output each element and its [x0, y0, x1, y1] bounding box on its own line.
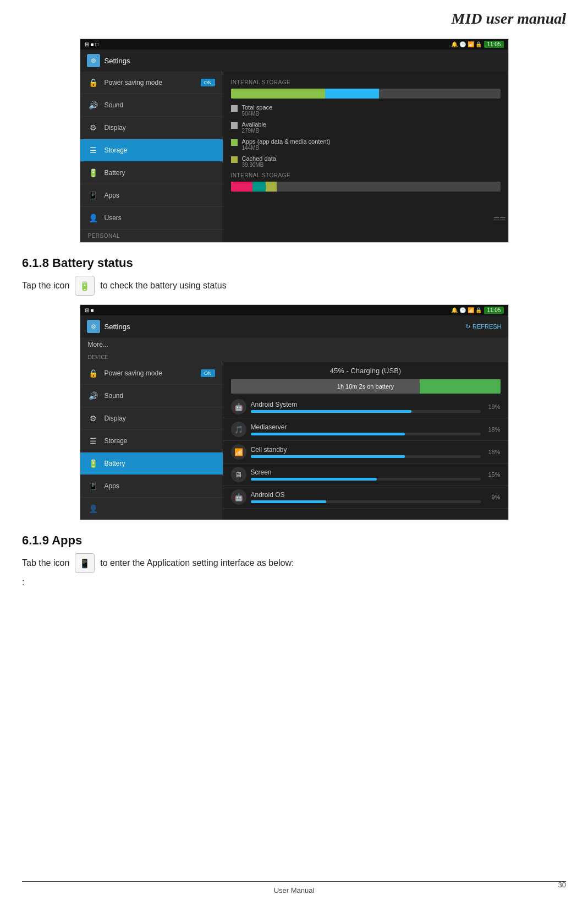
toggle-on-2[interactable]: ON	[201, 369, 215, 377]
cell-standby-bar	[251, 455, 481, 458]
tab-text: Tab the icon	[22, 558, 69, 568]
apps-icon: 📱	[88, 190, 99, 201]
battery-row-android-system[interactable]: 🤖 Android System 19%	[223, 396, 508, 418]
android-system-icon: 🤖	[231, 399, 246, 414]
footer-text: User Manual	[274, 886, 315, 894]
mediaserver-icon: 🎵	[231, 422, 246, 437]
menu-label-battery-2: Battery	[105, 460, 125, 467]
tap-text-suffix: to check the battery using status	[100, 281, 226, 291]
menu-item-power[interactable]: 🔒 Power saving mode ON	[80, 72, 223, 94]
total-label: Total space	[242, 104, 273, 111]
menu-item-battery[interactable]: 🔋 Battery	[80, 162, 223, 184]
sound-icon: 🔊	[88, 100, 99, 111]
total-color-dot	[231, 105, 238, 112]
menu-item-sound[interactable]: 🔊 Sound	[80, 94, 223, 117]
battery-panel-layout: 🔒 Power saving mode ON 🔊 Sound ⚙ Display…	[80, 362, 508, 520]
status-icons-right: 🔔 🕐 📶 🔒 11:05	[451, 41, 503, 48]
menu-item-apps[interactable]: 📱 Apps	[80, 184, 223, 207]
storage-bar-used	[231, 89, 326, 99]
display-icon-2: ⚙	[88, 413, 99, 424]
apps-storage-label: Apps (app data & media content)	[242, 138, 331, 145]
refresh-button[interactable]: ↻ REFRESH	[465, 323, 502, 330]
menu-label-apps-2: Apps	[105, 482, 119, 490]
more-link[interactable]: More...	[88, 341, 108, 348]
menu-item-display-2[interactable]: ⚙ Display	[80, 407, 223, 430]
storage-icon: ☰	[88, 145, 99, 156]
menu-item-apps-2[interactable]: 📱 Apps	[80, 475, 223, 498]
cell-standby-percent: 18%	[485, 449, 501, 455]
screenshot-storage: ⊞ ■ □ 🔔 🕐 📶 🔒 11:05 ⚙ Settings 🔒 Power s…	[80, 39, 509, 243]
screen-icon: 🖥	[231, 467, 246, 482]
battery-row-screen[interactable]: 🖥 Screen 15%	[223, 463, 508, 486]
mediaserver-bar	[251, 433, 481, 435]
panel-layout: 🔒 Power saving mode ON 🔊 Sound ⚙ Display…	[80, 72, 508, 242]
android-system-bar	[251, 410, 481, 413]
total-value: 504MB	[242, 111, 273, 117]
menu-item-users[interactable]: 👤 Users	[80, 207, 223, 230]
toggle-on[interactable]: ON	[201, 79, 215, 86]
android-system-name: Android System	[251, 401, 481, 408]
storage-cached: Cached data 39.90MB	[231, 155, 501, 168]
lock-icon-2: 🔒	[88, 368, 99, 379]
android-system-info: Android System	[251, 401, 481, 413]
settings-title: Settings	[105, 57, 130, 65]
available-color-dot	[231, 122, 238, 129]
menu-label-display-2: Display	[105, 414, 126, 422]
battery-row-android-os[interactable]: 🤖 Android OS 9%	[223, 486, 508, 509]
sound-icon-2: 🔊	[88, 390, 99, 401]
personal-section-label: PERSONAL	[80, 230, 223, 242]
battery-icon-2: 🔋	[88, 458, 99, 469]
colon-text: :	[22, 577, 566, 587]
menu-item-sound-2[interactable]: 🔊 Sound	[80, 385, 223, 407]
storage-bar2-teal	[252, 182, 266, 192]
page-title: MID user manual	[0, 0, 588, 33]
settings-header: ⚙ Settings	[80, 50, 508, 72]
menu-label-display: Display	[105, 124, 126, 132]
menu-item-battery-2[interactable]: 🔋 Battery	[80, 452, 223, 475]
menu-label-storage: Storage	[105, 146, 128, 154]
android-os-icon: 🤖	[231, 489, 246, 505]
mediaserver-bar-fill	[251, 433, 405, 435]
screenshot-battery: ⊞ ■ 🔔 🕐 📶 🔒 11:05 ⚙ Settings ↻ REFRESH M…	[80, 304, 509, 520]
apps-color-dot	[231, 139, 238, 146]
battery-status-text: 45% - Charging (USB)	[223, 362, 508, 377]
storage-bar2-olive	[266, 182, 277, 192]
status-icons-left: ⊞ ■ □	[85, 41, 99, 47]
display-icon: ⚙	[88, 122, 99, 133]
battery-inline-icon: 🔋	[75, 276, 95, 296]
refresh-icon: ↻	[465, 323, 470, 330]
menu-item-power-2[interactable]: 🔒 Power saving mode ON	[80, 362, 223, 385]
section-619-body: Tab the icon 📱 to enter the Application …	[22, 553, 566, 573]
android-os-bar-fill	[251, 500, 327, 503]
menu-item-users-partial[interactable]: 👤	[80, 498, 223, 520]
battery-row-mediaserver[interactable]: 🎵 Mediaserver 18%	[223, 418, 508, 441]
menu-label-power: Power saving mode	[105, 79, 162, 86]
android-os-name: Android OS	[251, 491, 481, 499]
apps-inline-icon: 📱	[75, 553, 95, 573]
battery-time-text: 1h 10m 2s on battery	[337, 383, 394, 390]
internal-storage-label-2: INTERNAL STORAGE	[231, 172, 501, 178]
settings-title-2: Settings	[105, 323, 130, 331]
refresh-label: REFRESH	[472, 323, 502, 330]
settings-icon-2: ⚙	[87, 320, 100, 333]
menu-item-storage[interactable]: ☰ Storage	[80, 139, 223, 162]
screen-bar	[251, 478, 481, 481]
menu-item-storage-2[interactable]: ☰ Storage	[80, 430, 223, 452]
time-display: 11:05	[484, 41, 503, 48]
device-label: DEVICE	[80, 352, 508, 362]
right-panel-storage: INTERNAL STORAGE Total space 504MB Avail…	[223, 72, 508, 242]
lock-icon: 🔒	[88, 77, 99, 88]
status-bar-1: ⊞ ■ □ 🔔 🕐 📶 🔒 11:05	[80, 39, 508, 50]
battery-row-cell-standby[interactable]: 📶 Cell standby 18%	[223, 441, 508, 463]
signal-icon: 🔔 🕐 📶 🔒	[451, 41, 482, 47]
users-icon: 👤	[88, 212, 99, 223]
menu-item-display[interactable]: ⚙ Display	[80, 117, 223, 139]
apps-icon-2: 📱	[88, 481, 99, 492]
menu-label-sound-2: Sound	[105, 392, 124, 400]
battery-time-bar: 1h 10m 2s on battery	[231, 379, 501, 394]
storage-apps: Apps (app data & media content) 144MB	[231, 138, 501, 151]
available-info: Available 279MB	[242, 121, 266, 134]
screen-percent: 15%	[485, 471, 501, 478]
cell-standby-info: Cell standby	[251, 446, 481, 458]
storage-available: Available 279MB	[231, 121, 501, 134]
